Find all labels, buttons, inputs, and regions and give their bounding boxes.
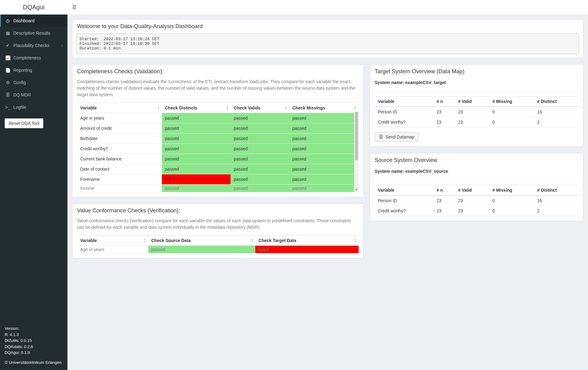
col-target[interactable]: Check Target Data▲▼ <box>255 236 358 246</box>
nav-dq-mdr[interactable]: 🗄 DQ MDR <box>0 89 67 101</box>
col-n: # n <box>434 185 455 196</box>
col-variable[interactable]: Variable▲▼ <box>77 236 148 246</box>
sidebar-footer: Version: R: 4.1.3 DIZutils: 0.0.15 DQAst… <box>0 321 67 370</box>
sidebar: DQAgui ◷ Dashboard ▦ Descriptive Results… <box>0 0 67 370</box>
conformance-desc: Value conformance checks (verification) … <box>77 218 359 231</box>
nav-label: DQ MDR <box>13 92 31 97</box>
scroll-thumb[interactable] <box>355 112 358 160</box>
nav-dashboard[interactable]: ◷ Dashboard <box>0 15 67 27</box>
table-row: Credit worthy?passedpassedpassed <box>77 144 359 154</box>
conformance-title: Value Conformance Checks (Verification): <box>72 204 363 218</box>
table-row-cut: Age in years passed failed <box>77 246 359 253</box>
version-r: R: 4.1.3 <box>5 332 63 338</box>
completeness-desc: Completeness checks (validation) evaluat… <box>77 79 359 98</box>
completeness-box: Completeness Checks (Validation): Comple… <box>72 64 364 197</box>
scroll-down-icon[interactable]: ▼ <box>354 188 359 192</box>
table-row: Amount of creditpassedpassedpassed <box>77 123 359 134</box>
copyright: © Universitätsklinikum Erlangen <box>5 359 63 366</box>
col-distincts[interactable]: Check Distincts▲▼ <box>162 103 231 113</box>
nav-label: Completeness <box>13 55 41 60</box>
col-source[interactable]: Check Source Data▲▼ <box>148 236 256 246</box>
col-variable[interactable]: Variable▲▼ <box>77 103 162 113</box>
col-distinct: # Distinct <box>534 185 578 196</box>
nav-descriptive-results[interactable]: ▦ Descriptive Results <box>0 27 67 39</box>
conformance-box: Value Conformance Checks (Verification):… <box>72 203 364 258</box>
target-sysname: System name: exampleCSV_target <box>375 79 578 90</box>
reset-dqa-button[interactable]: Reset DQA Tool <box>5 118 43 128</box>
completeness-table: Variable▲▼ Check Distincts▲▼ Check Valid… <box>77 103 359 192</box>
table-icon: ▦ <box>5 31 11 36</box>
col-missing: # Missing <box>489 185 534 196</box>
version-dqagui: DQAgui: 0.1.9 <box>5 350 63 356</box>
nav-label: Descriptive Results <box>13 31 50 36</box>
nav-menu: ◷ Dashboard ▦ Descriptive Results ✔ Plau… <box>0 15 67 113</box>
col-valids[interactable]: Check Valids▲▼ <box>231 103 289 113</box>
table-row: Credit worthy?232302 <box>375 206 578 216</box>
check-circle-icon: ✔ <box>5 43 11 48</box>
table-row: Person ID2323016 <box>375 107 578 117</box>
welcome-box: Welcome to your Data-Quality-Analysis Da… <box>72 19 583 58</box>
chart-line-icon: 📈 <box>5 55 11 60</box>
table-row: Current bank balancepassedpassedpassed <box>77 154 359 164</box>
source-table: Variable # n # Valid # Missing # Distinc… <box>375 185 578 216</box>
completeness-title: Completeness Checks (Validation): <box>72 65 363 79</box>
topbar: ☰ <box>67 0 588 15</box>
database-icon: 🗄 <box>5 92 11 97</box>
chevron-left-icon: ‹ <box>62 44 63 47</box>
col-missings[interactable]: Check Missings▲▼ <box>289 103 359 113</box>
cogs-icon: ⚙ <box>5 80 11 85</box>
table-row: Birthdatepassedpassedpassed <box>77 134 359 144</box>
table-row: Person ID2323016 <box>375 195 578 206</box>
source-title: Source System Overview <box>370 153 583 167</box>
nav-label: Config <box>13 80 26 85</box>
table-row: Age in yearspassedpassedpassed <box>77 113 359 123</box>
separator <box>375 181 578 182</box>
col-valid: # Valid <box>455 185 489 196</box>
scrollbar[interactable]: ▲ ▼ <box>354 112 359 192</box>
target-overview-box: Target System Overview (Data Map) System… <box>370 64 583 147</box>
file-icon: 📄 <box>5 68 11 73</box>
nav-label: Reporting <box>13 68 32 73</box>
nav-plausibility-checks[interactable]: ✔ Plausibility Checks ‹ <box>0 39 67 52</box>
send-datamap-button[interactable]: 🗄 Send Datamap <box>375 132 418 142</box>
col-n: # n <box>434 96 455 107</box>
table-row: Forenamefailedpassedpassed <box>77 174 359 185</box>
version-dqastats: DQAstats: 0.2.6 <box>5 344 63 350</box>
source-overview-box: Source System Overview System name: exam… <box>370 153 583 221</box>
nav-label: Dashboard <box>13 18 35 23</box>
brand-logo: DQAgui <box>0 0 67 15</box>
target-title: Target System Overview (Data Map) <box>370 65 583 79</box>
run-log: Started: 2022-03-17 13:10:24 CET Finishe… <box>76 33 579 54</box>
dashboard-icon: ◷ <box>5 18 11 23</box>
hamburger-icon[interactable]: ☰ <box>72 4 76 10</box>
nav-label: Plausibility Checks <box>13 43 50 48</box>
main-content: ☰ Welcome to your Data-Quality-Analysis … <box>67 0 588 370</box>
nav-completeness[interactable]: 📈 Completeness <box>0 52 67 64</box>
server-icon: 🗄 <box>379 134 383 139</box>
col-missing: # Missing <box>489 96 534 107</box>
version-label: Version: <box>5 325 63 332</box>
version-dizutils: DIZutils: 0.0.15 <box>5 338 63 344</box>
nav-reporting[interactable]: 📄 Reporting <box>0 64 67 76</box>
source-sysname: System name: exampleCSV_source <box>375 167 578 178</box>
conformance-table: Variable▲▼ Check Source Data▲▼ Check Tar… <box>77 235 359 253</box>
table-row: Credit worthy?232302 <box>375 117 578 127</box>
terminal-icon: >_ <box>5 105 11 110</box>
target-table: Variable # n # Valid # Missing # Distinc… <box>375 96 578 127</box>
nav-config[interactable]: ⚙ Config <box>0 76 67 89</box>
welcome-title: Welcome to your Data-Quality-Analysis Da… <box>72 19 583 33</box>
nav-label: Logfile <box>13 105 26 110</box>
separator <box>375 93 578 93</box>
table-row: Date of contactpassedpassedpassed <box>77 164 359 174</box>
col-valid: # Valid <box>455 96 489 107</box>
nav-logfile[interactable]: >_ Logfile <box>0 101 67 113</box>
table-row-cut: Income passed passed passed <box>77 185 359 192</box>
col-distinct: # Distinct <box>534 96 578 107</box>
col-variable: Variable <box>375 96 434 107</box>
col-variable: Variable <box>375 185 434 196</box>
